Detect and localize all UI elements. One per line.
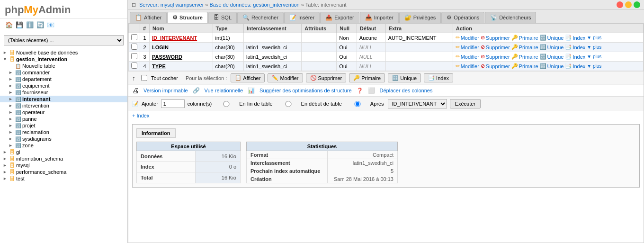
save-icon[interactable]: 💾 bbox=[15, 20, 24, 29]
index-link-row: + Index bbox=[128, 111, 644, 120]
action-afficher-button[interactable]: 📋 Afficher bbox=[231, 73, 265, 82]
tree-information-schema[interactable]: ► 🗄 information_schema bbox=[0, 155, 127, 162]
print-icon[interactable]: 🖨 bbox=[132, 87, 139, 94]
index-link[interactable]: 📑 Index bbox=[565, 54, 585, 60]
plus-dropdown[interactable]: ▼ plus bbox=[587, 54, 601, 59]
check-all-checkbox[interactable] bbox=[141, 75, 147, 81]
tab-structure[interactable]: ⚙ Structure bbox=[167, 12, 208, 23]
sql-icon: 🗄 bbox=[214, 14, 219, 21]
tab-importer[interactable]: 📥 Importer bbox=[360, 12, 399, 23]
tree-gi[interactable]: ► 🗄 gi bbox=[0, 149, 127, 155]
index-link[interactable]: 📑 Index bbox=[565, 44, 585, 50]
info-icon[interactable]: ℹ️ bbox=[26, 20, 34, 29]
vue-relationnelle-link[interactable]: Vue relationnelle bbox=[205, 88, 243, 93]
apres-option[interactable]: Après bbox=[346, 101, 384, 107]
tree-sysdiagrams[interactable]: ► 🔢 sysdiagrams bbox=[0, 135, 127, 142]
primaire-link[interactable]: 🔑 Primaire bbox=[511, 54, 538, 60]
action-unique-button[interactable]: 🔠 Unique bbox=[388, 73, 421, 82]
unique-link[interactable]: 🔠 Unique bbox=[540, 54, 564, 60]
suggerer-link[interactable]: Suggérer des optimisations de structure bbox=[259, 88, 351, 93]
action-supprimer-button[interactable]: 🚫 Supprimer bbox=[306, 73, 347, 82]
tab-exporter[interactable]: 📤 Exporter bbox=[320, 12, 359, 23]
tree-zone[interactable]: ► 🔢 zone bbox=[0, 142, 127, 149]
recent-tables-select[interactable]: (Tables récentes) ... bbox=[4, 35, 124, 45]
tab-rechercher[interactable]: 🔍 Rechercher bbox=[237, 12, 284, 23]
action-modifier-button[interactable]: ✏️ Modifier bbox=[268, 73, 303, 82]
unique-link[interactable]: 🔠 Unique bbox=[540, 63, 564, 69]
add-column-icon: 📝 bbox=[132, 101, 139, 107]
modifier-link[interactable]: ✏ Modifier bbox=[456, 35, 479, 41]
primaire-link[interactable]: 🔑 Primaire bbox=[511, 35, 538, 41]
unique-link[interactable]: 🔠 Unique bbox=[540, 44, 564, 50]
tree-label: Nouvelle base de données bbox=[16, 50, 78, 55]
row-checkbox[interactable] bbox=[131, 53, 137, 59]
en-fin-option[interactable]: En fin de table bbox=[215, 101, 272, 107]
info-container: Information Espace utilisé Données16 Kio… bbox=[132, 124, 640, 188]
plus-dropdown[interactable]: ▼ plus bbox=[587, 63, 601, 69]
row-number: 1 bbox=[140, 33, 150, 43]
executer-button[interactable]: Exécuter bbox=[450, 99, 481, 108]
version-imprimable-link[interactable]: Version imprimable bbox=[143, 88, 188, 93]
tree-fournisseur[interactable]: ► 🔢 fournisseur bbox=[0, 89, 127, 96]
primaire-link[interactable]: 🔑 Primaire bbox=[511, 44, 538, 50]
tree-equipement[interactable]: ► 🔢 equipement bbox=[0, 82, 127, 89]
window-minimize-button[interactable] bbox=[625, 1, 632, 8]
supprimer-link[interactable]: ⊘ Supprimer bbox=[481, 44, 510, 50]
window-maximize-button[interactable] bbox=[634, 1, 640, 8]
breadcrumb-db[interactable]: Base de données: gestion_intervention bbox=[209, 2, 299, 8]
tab-declencheurs[interactable]: 📡 Déclencheurs bbox=[485, 12, 536, 23]
primaire-link[interactable]: 🔑 Primaire bbox=[511, 63, 538, 69]
supprimer-link[interactable]: ⊘ Supprimer bbox=[481, 35, 510, 41]
tree-gestion-intervention[interactable]: ▼ 🗄 gestion_intervention bbox=[0, 56, 127, 63]
ajouter-label: Ajouter bbox=[142, 101, 158, 107]
tree-operateur[interactable]: ► 🔢 operateur bbox=[0, 109, 127, 116]
tab-sql[interactable]: 🗄 SQL bbox=[208, 12, 237, 23]
tree-commander[interactable]: ► 🔢 commander bbox=[0, 69, 127, 76]
plus-dropdown[interactable]: ▼ plus bbox=[587, 45, 601, 50]
tree-panne[interactable]: ► 🔢 panne bbox=[0, 116, 127, 122]
refresh-icon[interactable]: 🔄 bbox=[36, 20, 45, 29]
en-debut-option[interactable]: En début de table bbox=[277, 101, 342, 107]
tree-test[interactable]: ► 🗄 test bbox=[0, 175, 127, 182]
tree-projet[interactable]: ► 🔢 projet bbox=[0, 122, 127, 129]
column-count-input[interactable] bbox=[161, 99, 185, 108]
stat-value: Sam 28 Mai 2016 à 00:13 bbox=[327, 175, 397, 183]
breadcrumb-server[interactable]: Serveur: mysql wampserver bbox=[139, 2, 204, 8]
plus-dropdown[interactable]: ▼ plus bbox=[587, 35, 601, 40]
tree-reclamation[interactable]: ► 🔢 reclamation bbox=[0, 129, 127, 135]
tree-nouvelle-table[interactable]: 📋 Nouvelle table bbox=[0, 63, 127, 69]
triggers-icon: 📡 bbox=[490, 14, 497, 21]
tree-mysql[interactable]: ► 🗄 mysql bbox=[0, 162, 127, 169]
tab-inserer[interactable]: 📝 Insérer bbox=[284, 12, 320, 23]
tab-afficher[interactable]: 📋 Afficher bbox=[130, 12, 167, 23]
tree-intervention[interactable]: ► 🔢 intervention bbox=[0, 102, 127, 109]
field-defaut-cell: NULL bbox=[357, 62, 385, 71]
unique-link[interactable]: 🔠 Unique bbox=[540, 35, 564, 41]
modifier-link[interactable]: ✏ Modifier bbox=[456, 54, 479, 60]
row-checkbox[interactable] bbox=[131, 63, 137, 69]
index-link[interactable]: + Index bbox=[132, 113, 149, 118]
modifier-link[interactable]: ✏ Modifier bbox=[456, 63, 479, 69]
home-icon[interactable]: 🏠 bbox=[5, 20, 13, 29]
deplacer-link[interactable]: Déplacer des colonnes bbox=[380, 88, 433, 93]
index-link[interactable]: 📑 Index bbox=[565, 63, 585, 69]
action-primaire-button[interactable]: 🔑 Primaire bbox=[349, 73, 385, 82]
modifier-link[interactable]: ✏ Modifier bbox=[456, 44, 479, 50]
tree-intervenant[interactable]: ► 🔢 intervenant bbox=[0, 96, 127, 102]
mail-icon[interactable]: 📧 bbox=[46, 20, 55, 29]
window-close-button[interactable] bbox=[617, 1, 623, 8]
supprimer-link[interactable]: ⊘ Supprimer bbox=[481, 54, 510, 60]
tree-nouvelle-db[interactable]: ► 🗄 Nouvelle base de données bbox=[0, 49, 127, 56]
supprimer-link[interactable]: ⊘ Supprimer bbox=[481, 63, 510, 69]
tree-performance-schema[interactable]: ► 🗄 performance_schema bbox=[0, 169, 127, 175]
tab-operations[interactable]: ⚙ Opérations bbox=[441, 12, 484, 23]
index-link[interactable]: 📑 Index bbox=[565, 35, 585, 41]
row-checkbox[interactable] bbox=[131, 34, 137, 40]
after-column-select[interactable]: ID_INTERVENANT bbox=[388, 99, 447, 108]
scroll-top-icon[interactable]: ↑ bbox=[132, 74, 135, 82]
tab-privileges[interactable]: 🔐 Privilèges bbox=[399, 12, 441, 23]
tree-departement[interactable]: ► 🔢 departement bbox=[0, 76, 127, 82]
stats-row: Interclassementlatin1_swedish_ci bbox=[247, 159, 398, 167]
row-checkbox[interactable] bbox=[131, 44, 137, 50]
action-index-button[interactable]: 📑 Index bbox=[424, 73, 453, 82]
